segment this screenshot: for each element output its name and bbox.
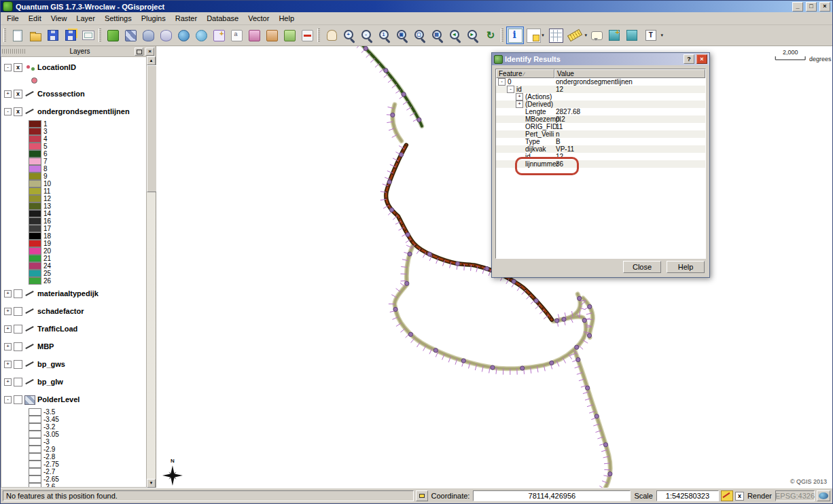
layer-row[interactable]: + bp_gws: [1, 355, 146, 373]
zoom-out-button[interactable]: [358, 26, 376, 44]
expander-icon[interactable]: +: [4, 290, 12, 298]
menu-item[interactable]: Layer: [71, 13, 100, 24]
layer-row[interactable]: 14: [1, 210, 146, 217]
maximize-button[interactable]: □: [806, 2, 817, 12]
layer-row[interactable]: - x LocationID: [1, 58, 146, 76]
result-row[interactable]: + (Actions): [496, 93, 705, 101]
zoom-next-button[interactable]: [464, 26, 482, 44]
layer-row[interactable]: 17: [1, 225, 146, 232]
expander-icon[interactable]: +: [4, 90, 12, 98]
pan-map-button[interactable]: [323, 26, 340, 44]
layer-row[interactable]: 7: [1, 158, 146, 165]
add-delimited-text-layer-button[interactable]: [228, 26, 245, 44]
layer-row[interactable]: 21: [1, 255, 146, 262]
layer-row[interactable]: -3.45: [1, 416, 146, 423]
menu-item[interactable]: Help: [274, 13, 299, 24]
result-row[interactable]: Lengte 2827.68: [496, 108, 705, 115]
expander-icon[interactable]: +: [516, 101, 523, 108]
layer-row[interactable]: 4: [1, 135, 146, 143]
result-row[interactable]: dijkvak VP-11: [496, 145, 705, 153]
scrollbar-thumb[interactable]: [147, 65, 157, 192]
layer-row[interactable]: -2.8: [1, 453, 146, 461]
help-button[interactable]: Help: [667, 261, 705, 273]
result-row[interactable]: - id 12: [496, 86, 705, 93]
select-features-button[interactable]: [524, 26, 547, 44]
zoom-to-selection-button[interactable]: [411, 26, 429, 44]
expander-icon[interactable]: -: [4, 396, 12, 403]
add-gpx-layer-button[interactable]: [245, 26, 263, 44]
chevron-down-icon[interactable]: [584, 33, 587, 38]
expander-icon[interactable]: +: [4, 378, 12, 386]
layer-row[interactable]: 5: [1, 143, 146, 150]
layer-row[interactable]: 12: [1, 195, 146, 202]
save-project-as-button[interactable]: [62, 26, 79, 44]
menu-item[interactable]: Settings: [100, 13, 137, 24]
layer-row[interactable]: 3: [1, 128, 146, 135]
add-wms-layer-button[interactable]: [175, 26, 192, 44]
dialog-close-icon[interactable]: ×: [696, 54, 707, 64]
close-button[interactable]: Close: [623, 261, 661, 273]
add-oracle-georaster-button[interactable]: [263, 26, 281, 44]
result-row[interactable]: lijnnummer 36: [496, 160, 705, 168]
menu-item[interactable]: Plugins: [137, 13, 171, 24]
scroll-up-icon[interactable]: ▲: [147, 56, 156, 65]
layer-checkbox[interactable]: x: [14, 90, 22, 98]
layer-row[interactable]: -3.5: [1, 408, 146, 416]
expander-icon[interactable]: +: [4, 325, 12, 333]
result-row[interactable]: Pert_Veili n: [496, 130, 705, 138]
layer-row[interactable]: 13: [1, 202, 146, 210]
layer-row[interactable]: + x Crosssection: [1, 85, 146, 103]
zoom-full-button[interactable]: [393, 26, 411, 44]
text-annotation-button[interactable]: [641, 26, 664, 44]
expander-icon[interactable]: -: [498, 78, 506, 86]
layer-row[interactable]: + TrafficLoad: [1, 320, 146, 338]
layer-checkbox[interactable]: [14, 342, 22, 351]
menu-item[interactable]: Vector: [243, 13, 274, 24]
dialog-title-bar[interactable]: Identify Results ? ×: [492, 53, 709, 65]
layer-row[interactable]: 20: [1, 247, 146, 255]
layer-row[interactable]: - x ondergrondsegmentlijnen: [1, 103, 146, 120]
menu-item[interactable]: View: [46, 13, 72, 24]
close-button[interactable]: ×: [819, 2, 830, 12]
expander-icon[interactable]: +: [4, 343, 12, 350]
layer-row[interactable]: -3.05: [1, 431, 146, 438]
new-bookmark-button[interactable]: [605, 26, 623, 44]
layer-row[interactable]: 9: [1, 173, 146, 180]
layer-row[interactable]: -3: [1, 438, 146, 446]
float-panel-button[interactable]: [135, 48, 143, 56]
value-column-header[interactable]: Value: [554, 69, 705, 78]
layer-row[interactable]: -2.65: [1, 475, 146, 483]
minimize-button[interactable]: _: [792, 2, 803, 12]
coordinate-input[interactable]: 78114,426956: [473, 490, 631, 501]
menu-item[interactable]: Edit: [24, 13, 46, 24]
dialog-help-button[interactable]: ?: [684, 54, 694, 64]
layer-row[interactable]: [1, 76, 146, 85]
expander-icon[interactable]: -: [4, 108, 12, 115]
chevron-down-icon[interactable]: [660, 33, 663, 38]
layer-row[interactable]: 24: [1, 262, 146, 270]
show-bookmarks-button[interactable]: [623, 26, 641, 44]
layer-row[interactable]: -2.7: [1, 468, 146, 475]
result-row[interactable]: MBoezempl 0.2: [496, 115, 705, 123]
layer-checkbox[interactable]: [14, 325, 22, 334]
layer-row[interactable]: 16: [1, 217, 146, 225]
layer-row[interactable]: - PolderLevel: [1, 391, 146, 408]
layer-row[interactable]: + bp_glw: [1, 373, 146, 391]
open-attribute-table-button[interactable]: [547, 26, 565, 44]
layer-row[interactable]: + materiaaltypedijk: [1, 285, 146, 302]
layer-row[interactable]: 18: [1, 232, 146, 240]
layer-checkbox[interactable]: [14, 360, 22, 369]
measure-line-button[interactable]: [565, 26, 588, 44]
layer-checkbox[interactable]: [14, 395, 22, 404]
layer-row[interactable]: -2.6: [1, 483, 146, 488]
add-raster-layer-button[interactable]: [122, 26, 139, 44]
layer-row[interactable]: + schadefactor: [1, 302, 146, 320]
menu-item[interactable]: File: [2, 13, 24, 24]
result-row[interactable]: ORIG_FID 11: [496, 123, 705, 130]
scale-input[interactable]: 1:542580323: [656, 490, 719, 501]
result-row[interactable]: - 0 ondergrondsegmentlijnen: [496, 78, 705, 86]
layer-row[interactable]: 19: [1, 240, 146, 247]
zoom-in-button[interactable]: [340, 26, 358, 44]
result-row[interactable]: id 12: [496, 153, 705, 160]
add-wfs-layer-button[interactable]: [192, 26, 210, 44]
